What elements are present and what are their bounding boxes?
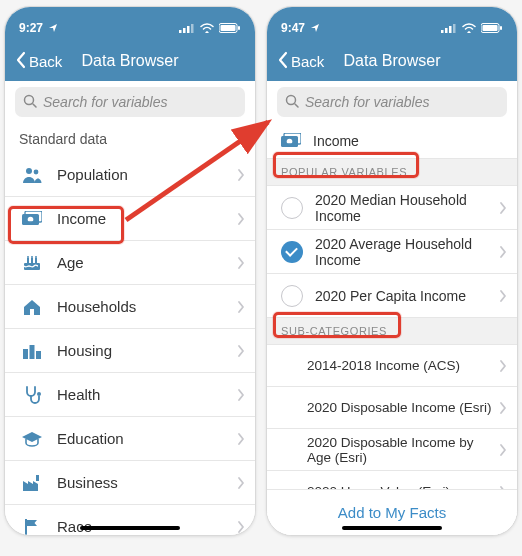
svg-rect-6 bbox=[238, 26, 240, 30]
section-label: Standard data bbox=[5, 123, 255, 153]
category-row-education[interactable]: Education bbox=[5, 417, 255, 461]
svg-rect-23 bbox=[30, 345, 35, 359]
search-wrap: Search for variables bbox=[267, 81, 517, 123]
signal-icon bbox=[179, 23, 195, 33]
search-placeholder: Search for variables bbox=[305, 94, 430, 110]
nav-header: Back Data Browser bbox=[267, 41, 517, 81]
back-button[interactable]: Back bbox=[277, 51, 324, 72]
svg-rect-24 bbox=[36, 351, 41, 359]
category-label: Health bbox=[57, 386, 237, 403]
phone-right: 9:47 Bac bbox=[266, 6, 518, 536]
money-icon bbox=[19, 211, 45, 227]
subcategory-row[interactable]: 2014-2018 Income (ACS) bbox=[267, 345, 517, 387]
category-row-population[interactable]: Population bbox=[5, 153, 255, 197]
signal-icon bbox=[441, 23, 457, 33]
search-input[interactable]: Search for variables bbox=[15, 87, 245, 117]
svg-line-38 bbox=[295, 104, 298, 107]
svg-rect-17 bbox=[35, 258, 37, 263]
category-label: Education bbox=[57, 430, 237, 447]
svg-rect-36 bbox=[500, 26, 502, 30]
city-icon bbox=[19, 342, 45, 360]
svg-rect-26 bbox=[36, 475, 39, 481]
chevron-right-icon bbox=[499, 401, 507, 415]
svg-rect-3 bbox=[191, 24, 194, 33]
variable-row[interactable]: 2020 Per Capita Income bbox=[267, 274, 517, 318]
grad-icon bbox=[19, 431, 45, 447]
back-label: Back bbox=[29, 53, 62, 70]
home-indicator bbox=[80, 526, 180, 530]
status-time: 9:27 bbox=[19, 21, 43, 35]
chevron-right-icon bbox=[237, 256, 245, 270]
search-icon bbox=[23, 94, 37, 111]
chevron-right-icon bbox=[237, 520, 245, 534]
svg-rect-33 bbox=[453, 24, 456, 33]
svg-rect-32 bbox=[449, 26, 452, 33]
svg-point-25 bbox=[37, 392, 41, 396]
svg-point-37 bbox=[287, 95, 296, 104]
people-icon bbox=[19, 166, 45, 184]
wifi-icon bbox=[200, 23, 214, 33]
category-row-health[interactable]: Health bbox=[5, 373, 255, 417]
svg-point-10 bbox=[34, 169, 39, 174]
location-icon bbox=[48, 23, 58, 33]
category-label: Age bbox=[57, 254, 237, 271]
footer-action-label: Add to My Facts bbox=[338, 504, 446, 521]
status-time: 9:47 bbox=[281, 21, 305, 35]
house-icon bbox=[19, 298, 45, 316]
category-row-age[interactable]: Age bbox=[5, 241, 255, 285]
checkmark-icon bbox=[281, 241, 303, 263]
variable-label: 2020 Average Household Income bbox=[315, 236, 499, 268]
chevron-right-icon bbox=[237, 300, 245, 314]
variable-row[interactable]: 2020 Average Household Income bbox=[267, 230, 517, 274]
phone-left: 9:27 Bac bbox=[4, 6, 256, 536]
subcategory-label: 2020 Disposable Income (Esri) bbox=[307, 400, 499, 415]
back-button[interactable]: Back bbox=[15, 51, 62, 72]
search-placeholder: Search for variables bbox=[43, 94, 168, 110]
svg-rect-30 bbox=[441, 30, 444, 33]
cake-icon bbox=[19, 254, 45, 272]
breadcrumb-income[interactable]: Income bbox=[267, 123, 517, 159]
chevron-right-icon bbox=[237, 344, 245, 358]
svg-rect-2 bbox=[187, 26, 190, 33]
variable-label: 2020 Per Capita Income bbox=[315, 288, 499, 304]
back-label: Back bbox=[291, 53, 324, 70]
search-input[interactable]: Search for variables bbox=[277, 87, 507, 117]
category-label: Income bbox=[57, 210, 237, 227]
radio-unselected-icon bbox=[281, 197, 303, 219]
category-label: Housing bbox=[57, 342, 237, 359]
wifi-icon bbox=[462, 23, 476, 33]
svg-point-20 bbox=[35, 256, 37, 258]
svg-point-18 bbox=[27, 256, 29, 258]
popular-variables-list: 2020 Median Household Income2020 Average… bbox=[267, 186, 517, 318]
variable-row[interactable]: 2020 Median Household Income bbox=[267, 186, 517, 230]
group-header-popular: POPULAR VARIABLES bbox=[267, 159, 517, 186]
category-label: Households bbox=[57, 298, 237, 315]
category-row-race[interactable]: Race bbox=[5, 505, 255, 536]
category-row-households[interactable]: Households bbox=[5, 285, 255, 329]
variable-label: 2020 Median Household Income bbox=[315, 192, 499, 224]
subcategory-row[interactable]: 2020 Disposable Income by Age (Esri) bbox=[267, 429, 517, 471]
svg-rect-16 bbox=[31, 258, 33, 263]
money-icon bbox=[281, 133, 303, 149]
svg-rect-0 bbox=[179, 30, 182, 33]
status-bar: 9:27 bbox=[5, 7, 255, 41]
svg-rect-5 bbox=[221, 25, 236, 31]
status-bar: 9:47 bbox=[267, 7, 517, 41]
subcategory-label: 2014-2018 Income (ACS) bbox=[307, 358, 499, 373]
svg-rect-22 bbox=[23, 349, 28, 359]
chevron-right-icon bbox=[237, 432, 245, 446]
battery-icon bbox=[481, 23, 503, 33]
search-wrap: Search for variables bbox=[5, 81, 255, 123]
category-row-income[interactable]: Income bbox=[5, 197, 255, 241]
category-row-housing[interactable]: Housing bbox=[5, 329, 255, 373]
search-icon bbox=[285, 94, 299, 111]
nav-header: Back Data Browser bbox=[5, 41, 255, 81]
category-list: PopulationIncomeAgeHouseholdsHousingHeal… bbox=[5, 153, 255, 536]
flag-icon bbox=[19, 518, 45, 536]
subcategory-row[interactable]: 2020 Disposable Income (Esri) bbox=[267, 387, 517, 429]
category-row-business[interactable]: Business bbox=[5, 461, 255, 505]
svg-rect-35 bbox=[483, 25, 498, 31]
svg-rect-15 bbox=[27, 258, 29, 263]
svg-line-8 bbox=[33, 104, 36, 107]
subcategory-label: 2020 Disposable Income by Age (Esri) bbox=[307, 435, 499, 465]
